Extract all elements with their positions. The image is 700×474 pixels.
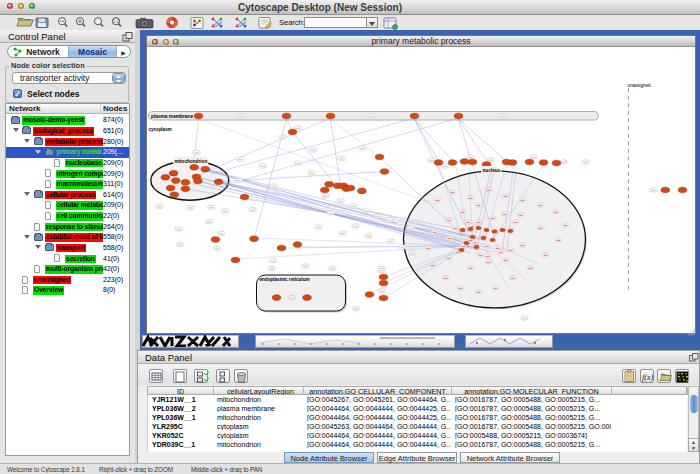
svg-text:endoplasmic reticulum: endoplasmic reticulum [260, 277, 310, 282]
svg-text:nucleus: nucleus [483, 168, 501, 173]
svg-text:plasma membrane: plasma membrane [151, 114, 193, 119]
svg-text:1:1: 1:1 [113, 19, 120, 24]
svg-text:cytoplasm: cytoplasm [149, 127, 172, 132]
svg-text:mitochondrion: mitochondrion [175, 159, 208, 164]
svg-text:unassigned: unassigned [628, 83, 652, 88]
svg-text:f(x): f(x) [642, 373, 653, 382]
svg-text:Search:: Search: [279, 18, 305, 27]
